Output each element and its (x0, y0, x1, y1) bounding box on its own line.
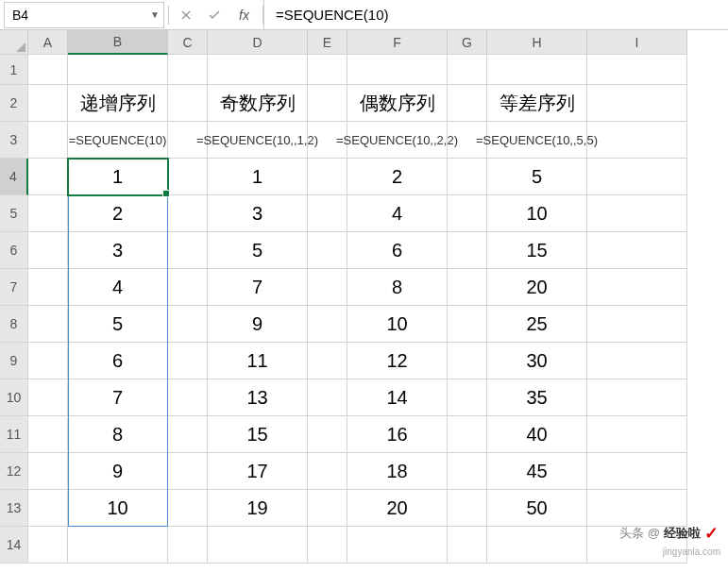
column-header-F[interactable]: F (347, 30, 448, 55)
column-header-H[interactable]: H (487, 30, 587, 55)
cell-G1[interactable] (448, 55, 487, 85)
cell-E10[interactable] (308, 379, 347, 416)
cell-A5[interactable] (28, 195, 68, 232)
row-header-13[interactable]: 13 (0, 490, 28, 527)
cell-A2[interactable] (28, 85, 68, 122)
row-header-6[interactable]: 6 (0, 232, 28, 269)
cell-C14[interactable] (168, 527, 208, 564)
cell-G12[interactable] (448, 453, 487, 490)
cell-D5[interactable]: 3 (208, 195, 308, 232)
fx-label[interactable]: fx (229, 8, 259, 23)
column-header-D[interactable]: D (208, 30, 308, 55)
cell-D12[interactable]: 17 (208, 453, 308, 490)
cell-B13[interactable]: 10 (68, 490, 168, 527)
cell-I9[interactable] (587, 343, 687, 379)
cell-G2[interactable] (448, 85, 487, 122)
row-header-1[interactable]: 1 (0, 55, 28, 85)
cell-F9[interactable]: 12 (347, 343, 448, 379)
cell-I7[interactable] (587, 269, 687, 306)
cell-H13[interactable]: 50 (487, 490, 587, 527)
cell-E1[interactable] (308, 55, 347, 85)
cell-H4[interactable]: 5 (487, 159, 587, 195)
cell-B5[interactable]: 2 (68, 195, 168, 232)
cell-D7[interactable]: 7 (208, 269, 308, 306)
cell-C9[interactable] (168, 343, 208, 379)
cell-B1[interactable] (68, 55, 168, 85)
cell-B14[interactable] (68, 527, 168, 564)
row-header-12[interactable]: 12 (0, 453, 28, 490)
cell-A12[interactable] (28, 453, 68, 490)
cell-E14[interactable] (308, 527, 347, 564)
cell-F6[interactable]: 6 (347, 232, 448, 269)
cell-I10[interactable] (587, 379, 687, 416)
cell-E11[interactable] (308, 416, 347, 453)
cell-C8[interactable] (168, 306, 208, 343)
column-header-I[interactable]: I (587, 30, 687, 55)
column-header-B[interactable]: B (68, 30, 168, 55)
cell-I2[interactable] (587, 85, 687, 122)
cell-F7[interactable]: 8 (347, 269, 448, 306)
cell-B11[interactable]: 8 (68, 416, 168, 453)
cell-C6[interactable] (168, 232, 208, 269)
cell-F14[interactable] (347, 527, 448, 564)
formula-input[interactable]: =SEQUENCE(10) (263, 0, 728, 29)
cell-H7[interactable]: 20 (487, 269, 587, 306)
cell-H10[interactable]: 35 (487, 379, 587, 416)
cell-C12[interactable] (168, 453, 208, 490)
cell-B3[interactable]: =SEQUENCE(10) (68, 122, 168, 159)
cell-E5[interactable] (308, 195, 347, 232)
cell-F1[interactable] (347, 55, 448, 85)
cell-D9[interactable]: 11 (208, 343, 308, 379)
cell-I13[interactable] (587, 490, 687, 527)
cell-H12[interactable]: 45 (487, 453, 587, 490)
cell-E6[interactable] (308, 232, 347, 269)
column-header-A[interactable]: A (28, 30, 68, 55)
row-header-2[interactable]: 2 (0, 85, 28, 122)
cell-C1[interactable] (168, 55, 208, 85)
cell-B10[interactable]: 7 (68, 379, 168, 416)
cell-E9[interactable] (308, 343, 347, 379)
cell-G9[interactable] (448, 343, 487, 379)
cell-G7[interactable] (448, 269, 487, 306)
cell-E8[interactable] (308, 306, 347, 343)
cell-E13[interactable] (308, 490, 347, 527)
column-header-G[interactable]: G (448, 30, 487, 55)
select-all-corner[interactable] (0, 30, 28, 55)
cell-I1[interactable] (587, 55, 687, 85)
row-header-10[interactable]: 10 (0, 379, 28, 416)
cell-I4[interactable] (587, 159, 687, 195)
cell-G6[interactable] (448, 232, 487, 269)
cell-D13[interactable]: 19 (208, 490, 308, 527)
enter-button[interactable] (201, 4, 228, 26)
cell-G5[interactable] (448, 195, 487, 232)
cell-H3[interactable]: =SEQUENCE(10,,5,5) (487, 122, 587, 159)
cell-D1[interactable] (208, 55, 308, 85)
cell-H11[interactable]: 40 (487, 416, 587, 453)
cell-A13[interactable] (28, 490, 68, 527)
row-header-4[interactable]: 4 (0, 159, 28, 195)
cell-H9[interactable]: 30 (487, 343, 587, 379)
cell-D3[interactable]: =SEQUENCE(10,,1,2) (208, 122, 308, 159)
cell-H14[interactable] (487, 527, 587, 564)
row-header-5[interactable]: 5 (0, 195, 28, 232)
cell-E4[interactable] (308, 159, 347, 195)
column-header-E[interactable]: E (308, 30, 347, 55)
cell-H8[interactable]: 25 (487, 306, 587, 343)
cell-D6[interactable]: 5 (208, 232, 308, 269)
cell-B4[interactable]: 1 (68, 159, 168, 195)
cell-A3[interactable] (28, 122, 68, 159)
cell-F2[interactable]: 偶数序列 (347, 85, 448, 122)
cell-D8[interactable]: 9 (208, 306, 308, 343)
cell-I12[interactable] (587, 453, 687, 490)
cell-G11[interactable] (448, 416, 487, 453)
cell-F11[interactable]: 16 (347, 416, 448, 453)
cell-A10[interactable] (28, 379, 68, 416)
cancel-button[interactable] (173, 4, 199, 26)
row-header-7[interactable]: 7 (0, 269, 28, 306)
cell-C13[interactable] (168, 490, 208, 527)
cell-B9[interactable]: 6 (68, 343, 168, 379)
cell-I3[interactable] (587, 122, 687, 159)
cell-F4[interactable]: 2 (347, 159, 448, 195)
column-header-C[interactable]: C (168, 30, 208, 55)
cell-G14[interactable] (448, 527, 487, 564)
